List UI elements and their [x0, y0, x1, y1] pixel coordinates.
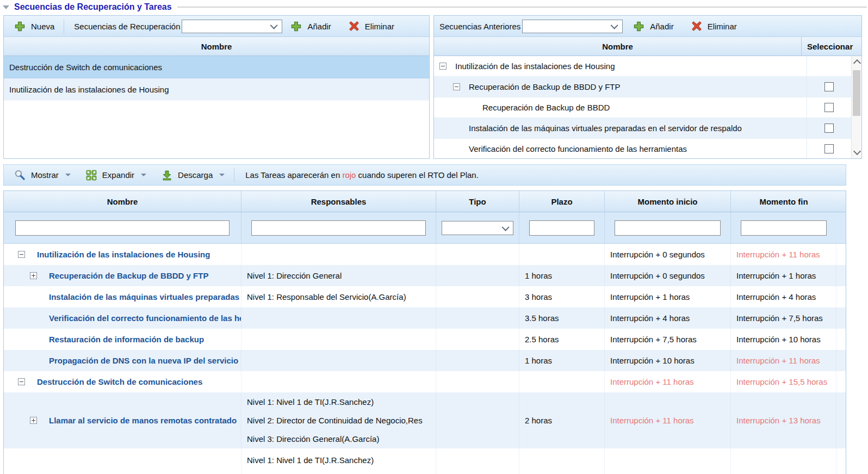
collapse-section-icon[interactable] — [3, 5, 9, 9]
column-header-responsables[interactable]: Responsables — [241, 191, 436, 212]
column-header-nombre[interactable]: Nombre — [4, 191, 241, 212]
delete-previous-label: Eliminar — [708, 22, 737, 31]
task-row[interactable]: Verificación del correcto funcionamiento… — [4, 307, 846, 329]
filter-cell-plazo — [519, 212, 605, 243]
scroll-down-icon[interactable] — [853, 147, 861, 155]
rto-notice-highlight: rojo — [342, 170, 356, 180]
tree-row[interactable]: Recuperación de Backup de BBDD y FTP — [434, 77, 861, 97]
select-checkbox[interactable] — [824, 82, 834, 91]
tree-row[interactable]: Verificación del correcto funcionamiento… — [434, 139, 861, 158]
momento-inicio-cell: Interrupción + 10 horas — [605, 350, 731, 371]
select-checkbox[interactable] — [824, 124, 834, 133]
task-row[interactable]: Llamar al servicio de manos remotas cont… — [4, 392, 846, 448]
section-rule — [177, 7, 867, 8]
nombre-filter-input[interactable] — [15, 220, 230, 236]
responsable-line: Nivel 1: Nivel 1 de TI(J.R.Sanchez) — [247, 393, 374, 411]
add-sequence-button[interactable]: Añadir — [286, 21, 336, 32]
collapse-node-icon[interactable] — [18, 378, 25, 385]
tipo-cell — [436, 329, 519, 350]
momento-inicio-cell: Interrupción + 11 horas — [605, 371, 731, 392]
task-name-link[interactable]: Destrucción de Switch de comunicaciones — [37, 377, 202, 386]
tasks-table-header-row: NombreResponsablesTipoPlazoMomento inici… — [4, 191, 846, 212]
expand-node-icon[interactable] — [30, 272, 37, 279]
task-row[interactable]: Recuperación de Backup de BBDD y FTPNive… — [4, 265, 846, 286]
responsables-cell: Nivel 1: Dirección General — [241, 265, 436, 286]
new-sequence-button[interactable]: Nueva — [9, 21, 59, 32]
selection-cell — [807, 139, 851, 158]
task-name-link[interactable]: Llamar al servicio de manos remotas cont… — [49, 416, 237, 425]
sequence-list: Destrucción de Switch de comunicacionesI… — [4, 56, 429, 158]
recovery-sequences-select[interactable] — [182, 20, 282, 33]
x-icon — [691, 21, 702, 32]
task-row[interactable]: Instalación de las máquinas virtuales pr… — [4, 286, 846, 307]
plazo-cell — [519, 371, 605, 392]
tree-indent-spacer — [30, 336, 37, 343]
plus-icon — [633, 21, 644, 32]
delete-previous-button[interactable]: Eliminar — [686, 21, 742, 32]
responsables-cell: Nivel 1: Responsable del Servicio(A.Garc… — [241, 286, 436, 307]
task-row[interactable]: Destrucción de Switch de comunicacionesI… — [4, 371, 846, 392]
tree-row[interactable]: Recuperación de Backup de BBDD — [434, 97, 861, 118]
tipo-filter-select[interactable] — [442, 221, 513, 235]
toolbar-divider — [64, 19, 64, 34]
sequence-row[interactable]: Destrucción de Switch de comunicaciones — [4, 56, 429, 78]
x-icon — [349, 21, 359, 32]
momento-fin-cell: Interrupción + 13 horas — [731, 392, 836, 448]
select-checkbox[interactable] — [824, 144, 834, 153]
filter-cell-momento-fin — [731, 212, 836, 243]
momento-inicio-cell: Interrupción + 4 horas — [605, 307, 731, 329]
section-header: Secuencias de Recuperación y Tareas — [0, 0, 868, 14]
add-previous-button[interactable]: Añadir — [628, 21, 678, 32]
tree-row[interactable]: Instalación de las máquinas virtuales pr… — [434, 118, 861, 139]
task-row[interactable]: Propagación de DNS con la nueva IP del s… — [4, 350, 846, 371]
expand-menu-button[interactable]: Expandir — [81, 170, 151, 181]
responsables-filter-input[interactable] — [251, 220, 426, 236]
responsables-cell — [241, 307, 436, 329]
responsable-line: Nivel 1: Dirección General — [247, 267, 342, 285]
responsables-cell — [241, 329, 436, 350]
scroll-up-icon[interactable] — [853, 59, 861, 67]
previous-sequences-select[interactable] — [522, 20, 623, 33]
show-menu-button[interactable]: Mostrar — [9, 169, 76, 181]
collapse-node-icon[interactable] — [18, 251, 25, 258]
column-header-momento-fin[interactable]: Momento fin — [731, 191, 836, 212]
momento-fin-filter-input[interactable] — [741, 220, 827, 236]
chevron-down-icon — [270, 22, 278, 29]
task-row[interactable]: Inutilización de las instalaciones de Ho… — [4, 244, 846, 265]
select-checkbox[interactable] — [824, 103, 834, 112]
task-row[interactable]: Restauración de información de backup2.5… — [4, 329, 846, 350]
plazo-filter-input[interactable] — [529, 220, 594, 236]
download-menu-button[interactable]: Descarga — [157, 170, 230, 181]
tree-indent-spacer — [30, 357, 37, 364]
task-name-link[interactable]: Verificación del correcto funcionamiento… — [49, 313, 241, 323]
task-name-link[interactable]: Instalación de las máquinas virtuales pr… — [49, 292, 241, 301]
column-header-plazo[interactable]: Plazo — [519, 191, 605, 212]
delete-sequence-button[interactable]: Eliminar — [344, 21, 399, 32]
column-header-tipo[interactable]: Tipo — [436, 191, 519, 212]
plazo-cell: 1 horas — [519, 265, 605, 286]
momento-inicio-filter-input[interactable] — [615, 220, 721, 236]
selection-cell — [807, 97, 851, 118]
tree-indent-spacer — [453, 145, 460, 152]
task-name-link[interactable]: Restauración de información de backup — [49, 335, 204, 344]
tree-item-label: Recuperación de Backup de BBDD — [482, 103, 610, 112]
column-header-momento-inicio[interactable]: Momento inicio — [605, 191, 731, 212]
task-name-link[interactable]: Recuperación de Backup de BBDD y FTP — [49, 271, 208, 280]
task-row[interactable]: Nivel 1: Nivel 1 de TI(J.R.Sanchez) — [4, 448, 846, 474]
scrollbar-thumb[interactable] — [853, 70, 860, 116]
momento-inicio-cell: Interrupción + 7,5 horas — [605, 329, 731, 350]
sequence-row[interactable]: Inutilización de las instalaciones de Ho… — [4, 78, 429, 101]
momento-inicio-cell: Interrupción + 0 segundos — [605, 244, 731, 265]
plazo-cell: 2.5 horas — [519, 329, 605, 350]
task-name-cell: Recuperación de Backup de BBDD y FTP — [4, 265, 241, 286]
momento-fin-cell: Interrupción + 7,5 horas — [731, 307, 836, 329]
tree-indent-spacer — [453, 125, 460, 132]
momento-inicio-cell — [605, 448, 731, 474]
collapse-node-icon[interactable] — [453, 83, 460, 90]
task-name-link[interactable]: Inutilización de las instalaciones de Ho… — [37, 250, 210, 259]
collapse-node-icon[interactable] — [439, 63, 447, 70]
tree-row[interactable]: Inutilización de las instalaciones de Ho… — [434, 56, 861, 77]
vertical-scrollbar[interactable] — [851, 56, 861, 158]
expand-node-icon[interactable] — [30, 417, 37, 424]
task-name-link[interactable]: Propagación de DNS con la nueva IP del s… — [49, 356, 238, 365]
